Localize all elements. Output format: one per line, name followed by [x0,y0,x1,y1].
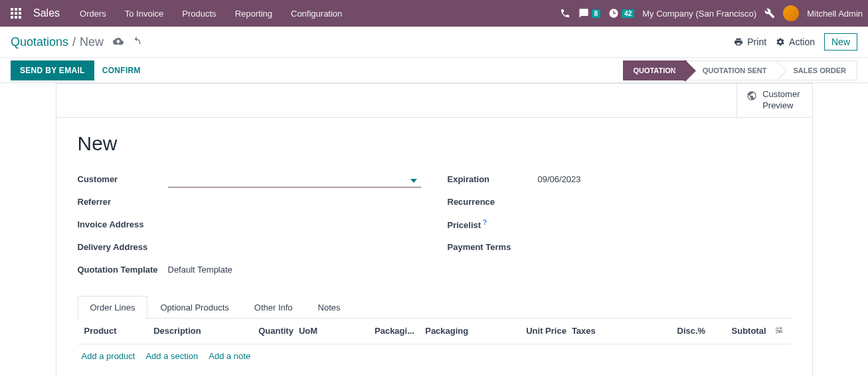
user-name[interactable]: Mitchell Admin [807,9,863,19]
add-note-link[interactable]: Add a note [209,351,250,361]
nav-reporting[interactable]: Reporting [227,9,280,19]
status-sales-order[interactable]: SALES ORDER [778,61,857,80]
th-packaging-qty: Packagi... [372,326,422,337]
statusbar: QUOTATION QUOTATION SENT SALES ORDER [623,61,857,80]
cloud-save-icon[interactable] [113,36,124,49]
print-label: Print [747,37,766,47]
referrer-label: Referrer [78,197,168,207]
breadcrumb-root[interactable]: Quotations [11,35,68,49]
expiration-label: Expiration [448,174,538,184]
confirm-button[interactable]: CONFIRM [94,61,149,80]
tab-optional-products[interactable]: Optional Products [147,296,241,318]
add-section-link[interactable]: Add a section [145,351,198,361]
add-product-link[interactable]: Add a product [82,351,135,361]
th-unit-price: Unit Price [505,326,569,337]
nav-configuration[interactable]: Configuration [283,9,350,19]
th-taxes: Taxes [569,326,670,337]
form-sheet: Customer Preview New Customer [56,83,813,377]
th-uom: UoM [296,326,372,337]
customer-preview-line1: Customer [762,89,800,99]
payment-terms-label: Payment Terms [448,242,538,252]
nav-to-invoice[interactable]: To Invoice [117,9,172,19]
nav-products[interactable]: Products [174,9,224,19]
th-product: Product [82,326,151,337]
add-links: Add a product Add a section Add a note [78,344,791,368]
th-packaging: Packaging [422,326,505,337]
invoice-address-label: Invoice Address [78,219,168,229]
th-disc: Disc.% [670,326,708,337]
discard-icon[interactable] [131,36,142,49]
chevron-down-icon[interactable] [410,176,417,186]
top-navbar: Sales Orders To Invoice Products Reporti… [0,0,868,27]
breadcrumb-sep: / [72,35,76,49]
expiration-value[interactable]: 09/06/2023 [538,172,581,187]
table-header: Product Description Quantity UoM Packagi… [78,319,791,344]
phone-icon[interactable] [560,8,570,19]
tab-other-info[interactable]: Other Info [242,296,305,318]
tab-order-lines[interactable]: Order Lines [78,296,148,319]
customer-preview-line2: Preview [762,100,793,110]
action-button[interactable]: Action [776,37,815,47]
button-bar: SEND BY EMAIL CONFIRM QUOTATION QUOTATIO… [0,58,868,83]
breadcrumb-row: Quotations / New Print Action New [0,27,868,58]
tabs: Order Lines Optional Products Other Info… [56,296,812,318]
app-name[interactable]: Sales [29,7,69,19]
breadcrumb: Quotations / New [11,35,104,49]
customer-label: Customer [78,174,168,184]
send-by-email-button[interactable]: SEND BY EMAIL [11,61,94,80]
form-title: New [78,132,791,155]
quotation-template-label: Quotation Template [78,265,168,275]
avatar[interactable] [783,5,799,21]
th-subtotal: Subtotal [708,326,768,337]
customer-preview-button[interactable]: Customer Preview [737,84,812,117]
new-button[interactable]: New [824,33,857,51]
th-description: Description [151,326,239,337]
recurrence-label: Recurrence [448,197,538,207]
messages-icon[interactable]: 8 [578,8,601,19]
settings-icon[interactable] [764,8,775,19]
status-quotation-sent[interactable]: QUOTATION SENT [687,61,778,80]
nav-orders[interactable]: Orders [72,9,114,19]
apps-icon[interactable] [5,3,27,24]
action-label: Action [789,37,815,47]
print-button[interactable]: Print [734,37,766,47]
delivery-address-label: Delivery Address [78,242,168,252]
pricelist-label: Pricelist? [448,219,538,230]
help-icon[interactable]: ? [483,219,487,226]
tab-notes[interactable]: Notes [305,296,353,318]
status-quotation[interactable]: QUOTATION [623,61,686,80]
messages-badge: 8 [592,9,601,18]
customer-input[interactable] [168,172,421,188]
breadcrumb-current: New [80,35,104,49]
th-quantity: Quantity [239,326,296,337]
activities-icon[interactable]: 42 [608,8,634,19]
activities-badge: 42 [622,9,634,18]
company-name[interactable]: My Company (San Francisco) [642,9,756,19]
quotation-template-value[interactable]: Default Template [168,262,232,277]
columns-settings-icon[interactable] [769,326,787,337]
